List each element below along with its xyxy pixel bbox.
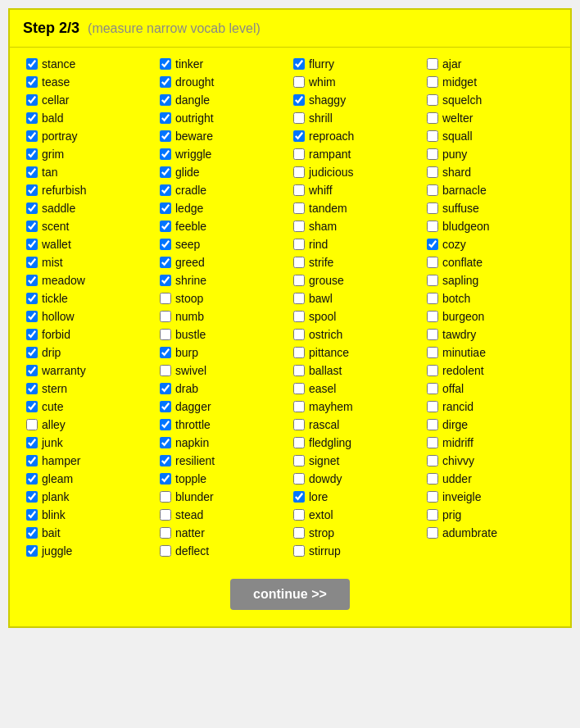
word-checkbox-resilient[interactable] [160, 455, 171, 466]
word-label-rascal[interactable]: rascal [309, 418, 339, 431]
word-checkbox-refurbish[interactable] [26, 184, 38, 196]
word-label-deflect[interactable]: deflect [175, 544, 209, 557]
word-label-burp[interactable]: burp [175, 346, 198, 359]
word-label-cute[interactable]: cute [42, 400, 63, 413]
word-label-drip[interactable]: drip [42, 346, 61, 359]
word-label-cozy[interactable]: cozy [442, 238, 466, 251]
word-label-stirrup[interactable]: stirrup [309, 544, 341, 557]
word-label-spool[interactable]: spool [309, 310, 336, 323]
word-label-throttle[interactable]: throttle [175, 418, 211, 431]
word-label-blunder[interactable]: blunder [175, 490, 214, 503]
word-label-conflate[interactable]: conflate [442, 256, 483, 269]
word-label-hamper[interactable]: hamper [42, 454, 80, 467]
word-checkbox-burgeon[interactable] [427, 311, 438, 322]
word-checkbox-redolent[interactable] [427, 365, 438, 376]
word-label-midget[interactable]: midget [442, 75, 477, 89]
word-label-sham[interactable]: sham [309, 220, 337, 233]
word-checkbox-deflect[interactable] [160, 545, 171, 557]
word-checkbox-rascal[interactable] [293, 419, 305, 430]
word-label-ajar[interactable]: ajar [442, 57, 461, 71]
word-label-ledge[interactable]: ledge [175, 202, 203, 215]
word-checkbox-bawl[interactable] [293, 293, 305, 304]
word-checkbox-barnacle[interactable] [427, 184, 438, 196]
word-checkbox-junk[interactable] [26, 437, 38, 448]
word-label-grim[interactable]: grim [42, 148, 64, 161]
word-label-rancid[interactable]: rancid [442, 400, 474, 413]
word-label-squelch[interactable]: squelch [442, 93, 482, 107]
word-checkbox-rind[interactable] [293, 239, 305, 250]
word-checkbox-whiff[interactable] [293, 184, 305, 196]
word-checkbox-easel[interactable] [293, 383, 305, 394]
word-checkbox-suffuse[interactable] [427, 202, 438, 214]
word-checkbox-tandem[interactable] [293, 202, 305, 214]
word-label-udder[interactable]: udder [442, 472, 472, 485]
word-label-greed[interactable]: greed [175, 256, 205, 269]
word-checkbox-rampant[interactable] [293, 148, 305, 160]
word-label-stern[interactable]: stern [42, 382, 67, 395]
word-label-bustle[interactable]: bustle [175, 328, 206, 341]
word-label-midriff[interactable]: midriff [442, 436, 474, 449]
word-checkbox-wallet[interactable] [26, 239, 38, 250]
word-label-stance[interactable]: stance [42, 57, 75, 71]
word-checkbox-sapling[interactable] [427, 275, 438, 286]
word-checkbox-cute[interactable] [26, 401, 38, 412]
word-checkbox-drip[interactable] [26, 347, 38, 358]
word-checkbox-lore[interactable] [293, 491, 305, 503]
word-label-portray[interactable]: portray [42, 130, 78, 143]
word-checkbox-strop[interactable] [293, 527, 305, 539]
word-label-rampant[interactable]: rampant [309, 148, 351, 161]
word-label-alley[interactable]: alley [42, 418, 66, 431]
word-label-strop[interactable]: strop [309, 526, 334, 539]
word-checkbox-midriff[interactable] [427, 437, 438, 448]
word-checkbox-fledgling[interactable] [293, 437, 305, 448]
word-label-whim[interactable]: whim [309, 75, 336, 89]
word-checkbox-welter[interactable] [427, 112, 438, 124]
word-label-burgeon[interactable]: burgeon [442, 310, 484, 323]
word-label-cellar[interactable]: cellar [42, 93, 69, 107]
word-checkbox-ajar[interactable] [427, 58, 438, 70]
word-checkbox-judicious[interactable] [293, 166, 305, 178]
word-checkbox-topple[interactable] [160, 473, 171, 485]
word-checkbox-napkin[interactable] [160, 437, 171, 448]
word-label-scent[interactable]: scent [42, 220, 69, 233]
word-label-barnacle[interactable]: barnacle [442, 184, 487, 197]
word-label-bawl[interactable]: bawl [309, 292, 333, 305]
word-label-welter[interactable]: welter [442, 111, 473, 125]
word-checkbox-swivel[interactable] [160, 365, 171, 376]
word-checkbox-dagger[interactable] [160, 401, 171, 412]
word-label-dangle[interactable]: dangle [175, 93, 210, 107]
word-label-seep[interactable]: seep [175, 238, 200, 251]
word-checkbox-dowdy[interactable] [293, 473, 305, 485]
word-checkbox-spool[interactable] [293, 311, 305, 322]
word-checkbox-mayhem[interactable] [293, 401, 305, 412]
word-checkbox-tease[interactable] [26, 76, 38, 88]
word-label-natter[interactable]: natter [175, 526, 205, 539]
word-label-blink[interactable]: blink [42, 508, 66, 521]
word-checkbox-prig[interactable] [427, 509, 438, 521]
word-label-tawdry[interactable]: tawdry [442, 328, 476, 341]
word-label-swivel[interactable]: swivel [175, 364, 206, 377]
word-label-puny[interactable]: puny [442, 148, 467, 161]
word-checkbox-glide[interactable] [160, 166, 171, 178]
word-checkbox-pittance[interactable] [293, 347, 305, 358]
word-checkbox-bustle[interactable] [160, 329, 171, 340]
word-label-napkin[interactable]: napkin [175, 436, 209, 449]
word-checkbox-cozy[interactable] [427, 239, 438, 250]
word-checkbox-minutiae[interactable] [427, 347, 438, 358]
word-checkbox-stirrup[interactable] [293, 545, 305, 557]
word-label-redolent[interactable]: redolent [442, 364, 484, 377]
word-checkbox-dirge[interactable] [427, 419, 438, 430]
word-label-refurbish[interactable]: refurbish [42, 184, 86, 197]
word-checkbox-bludgeon[interactable] [427, 221, 438, 232]
word-checkbox-wriggle[interactable] [160, 148, 171, 160]
word-label-feeble[interactable]: feeble [175, 220, 206, 233]
word-label-offal[interactable]: offal [442, 382, 464, 395]
word-checkbox-bald[interactable] [26, 112, 38, 124]
word-label-dagger[interactable]: dagger [175, 400, 211, 413]
word-label-glide[interactable]: glide [175, 166, 200, 179]
word-checkbox-feeble[interactable] [160, 221, 171, 232]
word-checkbox-burp[interactable] [160, 347, 171, 358]
word-label-outright[interactable]: outright [175, 111, 214, 125]
word-label-saddle[interactable]: saddle [42, 202, 75, 215]
word-label-mist[interactable]: mist [42, 256, 63, 269]
